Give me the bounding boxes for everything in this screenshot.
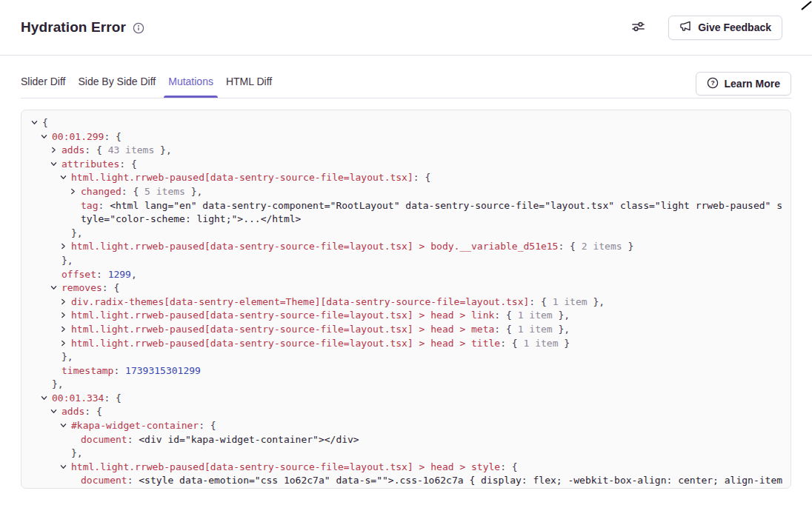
collapse-arrow-icon[interactable] (59, 419, 71, 433)
token-punct: : { (500, 461, 517, 472)
token-key: html.light.rrweb-paused[data-sentry-sour… (71, 241, 558, 252)
token-key: timestamp (61, 365, 113, 376)
token-punct: }, (71, 447, 83, 458)
expand-arrow-icon[interactable] (69, 185, 81, 199)
token-meta: 1 item (524, 338, 559, 349)
token-key: offset (61, 269, 96, 280)
tree-line: adds: { 43 items }, (21, 144, 783, 158)
megaphone-icon (679, 20, 692, 35)
token-punct: : (98, 200, 110, 211)
token-str: <html lang="en" data-sentry-component="R… (81, 200, 782, 225)
tree-line: attributes: { (21, 158, 783, 172)
token-punct: : { (500, 338, 523, 349)
token-num: 1299 (108, 269, 131, 280)
collapse-arrow-icon[interactable] (59, 171, 71, 185)
tree-line: 00:01.299: { (21, 130, 783, 144)
token-meta: 2 items (582, 241, 622, 252)
token-meta: 1 item (518, 310, 553, 321)
token-punct: }, (588, 296, 605, 307)
token-key: html.light.rrweb-paused[data-sentry-sour… (71, 172, 413, 183)
token-key: 00:01.299 (52, 131, 104, 142)
token-punct: }, (71, 227, 83, 238)
token-punct: }, (553, 310, 570, 321)
give-feedback-label: Give Feedback (698, 21, 771, 33)
collapse-arrow-icon[interactable] (59, 461, 71, 475)
collapse-arrow-icon[interactable] (50, 158, 61, 172)
expand-arrow-icon[interactable] (59, 295, 71, 310)
mutation-tree: {00:01.299: {adds: { 43 items },attribut… (21, 116, 783, 488)
tree-line: adds: { (21, 405, 783, 419)
token-key: document (81, 475, 127, 486)
token-punct: : { (558, 241, 581, 252)
tree-line: html.light.rrweb-paused[data-sentry-sour… (21, 323, 783, 337)
token-punct: { (42, 117, 48, 128)
expand-arrow-icon[interactable] (59, 309, 71, 323)
tree-line: offset: 1299, (21, 268, 783, 282)
token-key: attributes (61, 158, 119, 170)
collapse-arrow-icon[interactable] (50, 281, 61, 295)
tab-side-by-side-diff[interactable]: Side By Side Diff (78, 76, 156, 98)
expand-arrow-icon[interactable] (59, 337, 71, 351)
tree-line: { (21, 116, 783, 130)
token-key: html.light.rrweb-paused[data-sentry-sour… (71, 324, 494, 335)
token-punct: } (558, 338, 570, 349)
expand-arrow-icon[interactable] (50, 144, 61, 158)
token-meta: 5 items (144, 186, 185, 197)
token-punct: : { (122, 186, 144, 197)
token-key: adds (61, 406, 84, 417)
tree-line: document: <style data-emotion="css 1o62c… (21, 474, 783, 488)
tree-line: #kapa-widget-container: { (21, 419, 783, 433)
tree-line: html.light.rrweb-paused[data-sentry-sour… (21, 337, 783, 351)
tab-mutations[interactable]: Mutations (168, 76, 213, 98)
token-punct: : { (104, 131, 121, 142)
token-punct: }, (185, 186, 202, 197)
token-key: adds (61, 144, 84, 155)
collapse-arrow-icon[interactable] (40, 392, 52, 406)
token-punct: }, (61, 351, 73, 362)
page-title: Hydration Error (21, 19, 126, 36)
token-key: document (81, 434, 127, 445)
expand-arrow-icon[interactable] (59, 323, 71, 337)
learn-more-button[interactable]: ? Learn More (696, 72, 791, 96)
token-meta: 43 items (108, 144, 155, 155)
tab-html-diff[interactable]: HTML Diff (226, 76, 272, 98)
tree-line: div.radix-themes[data-sentry-element=The… (21, 295, 783, 310)
tree-line: tag: <html lang="en" data-sentry-compone… (21, 199, 783, 227)
learn-more-label: Learn More (725, 78, 780, 90)
token-key: tag (81, 200, 98, 211)
token-key: changed (81, 186, 122, 197)
collapse-arrow-icon[interactable] (30, 116, 42, 130)
mutations-panel: {00:01.299: {adds: { 43 items },attribut… (21, 110, 791, 489)
token-punct: }, (553, 324, 570, 335)
tree-line: html.light.rrweb-paused[data-sentry-sour… (21, 309, 783, 323)
collapse-arrow-icon[interactable] (50, 405, 61, 419)
tree-line: 00:01.334: { (21, 392, 783, 406)
token-key: 00:01.334 (52, 392, 104, 404)
token-punct: : (96, 269, 108, 280)
token-punct: : (127, 434, 139, 445)
info-icon[interactable] (133, 22, 144, 34)
token-punct: : { (104, 392, 121, 404)
give-feedback-button[interactable]: Give Feedback (668, 16, 782, 40)
token-punct: : { (494, 310, 517, 321)
token-punct: }, (154, 144, 171, 155)
collapse-arrow-icon[interactable] (40, 130, 52, 144)
tree-line: timestamp: 1739315301299 (21, 364, 783, 378)
tree-line: }, (21, 378, 783, 392)
question-mark-icon: ? (707, 77, 719, 91)
preferences-sliders-button[interactable] (628, 16, 649, 39)
tree-line: html.light.rrweb-paused[data-sentry-sour… (21, 461, 783, 475)
token-punct: , (131, 269, 137, 280)
sliders-icon (630, 19, 646, 36)
tree-line: html.light.rrweb-paused[data-sentry-sour… (21, 240, 783, 254)
tree-line: }, (21, 254, 783, 268)
token-num: 1739315301299 (125, 365, 201, 376)
diff-tab-bar: Slider Diff Side By Side Diff Mutations … (21, 56, 791, 98)
tree-line: }, (21, 447, 783, 461)
token-punct: } (622, 241, 634, 252)
tab-slider-diff[interactable]: Slider Diff (21, 76, 65, 98)
cursor-artifact (800, 0, 812, 10)
token-str: <style data-emotion="css 1o62c7a" data-s… (139, 475, 782, 486)
token-meta: 1 item (518, 324, 553, 335)
expand-arrow-icon[interactable] (59, 240, 71, 254)
